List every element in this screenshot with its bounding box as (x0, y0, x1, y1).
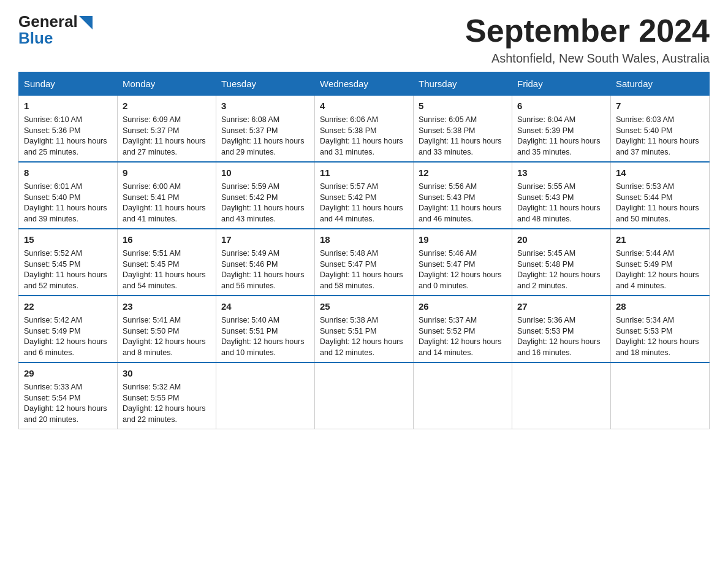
calendar-cell: 14Sunrise: 5:53 AMSunset: 5:44 PMDayligh… (611, 162, 710, 229)
calendar-cell: 22Sunrise: 5:42 AMSunset: 5:49 PMDayligh… (19, 296, 118, 362)
logo-arrow-icon (79, 16, 93, 29)
day-number: 9 (123, 166, 211, 179)
day-info: Sunrise: 6:04 AMSunset: 5:39 PMDaylight:… (517, 115, 605, 158)
day-info: Sunrise: 5:56 AMSunset: 5:43 PMDaylight:… (419, 182, 507, 224)
day-info: Sunrise: 5:42 AMSunset: 5:49 PMDaylight:… (24, 315, 112, 358)
calendar-cell: 21Sunrise: 5:44 AMSunset: 5:49 PMDayligh… (611, 229, 710, 296)
calendar-cell: 17Sunrise: 5:49 AMSunset: 5:46 PMDayligh… (216, 229, 315, 296)
day-number: 3 (221, 99, 309, 112)
week-row-5: 29Sunrise: 5:33 AMSunset: 5:54 PMDayligh… (19, 362, 710, 429)
calendar-cell (611, 362, 710, 429)
calendar-cell (216, 362, 315, 429)
svg-marker-0 (79, 16, 93, 29)
calendar-cell: 1Sunrise: 6:10 AMSunset: 5:36 PMDaylight… (19, 96, 118, 163)
day-of-week-sunday: Sunday (19, 72, 118, 96)
day-info: Sunrise: 5:34 AMSunset: 5:53 PMDaylight:… (616, 315, 704, 358)
calendar-cell: 18Sunrise: 5:48 AMSunset: 5:47 PMDayligh… (315, 229, 414, 296)
day-number: 6 (517, 99, 605, 112)
calendar-cell: 6Sunrise: 6:04 AMSunset: 5:39 PMDaylight… (512, 96, 611, 163)
day-info: Sunrise: 5:51 AMSunset: 5:45 PMDaylight:… (123, 248, 211, 291)
day-info: Sunrise: 5:57 AMSunset: 5:42 PMDaylight:… (320, 182, 408, 224)
day-number: 15 (24, 233, 112, 246)
day-of-week-wednesday: Wednesday (315, 72, 414, 96)
calendar-cell: 7Sunrise: 6:03 AMSunset: 5:40 PMDaylight… (611, 96, 710, 163)
day-info: Sunrise: 5:46 AMSunset: 5:47 PMDaylight:… (419, 248, 507, 291)
header: General Blue September 2024 Ashtonfield,… (18, 12, 710, 66)
calendar-cell: 19Sunrise: 5:46 AMSunset: 5:47 PMDayligh… (414, 229, 512, 296)
day-number: 28 (616, 300, 704, 313)
calendar-cell: 13Sunrise: 5:55 AMSunset: 5:43 PMDayligh… (512, 162, 611, 229)
calendar-cell: 2Sunrise: 6:09 AMSunset: 5:37 PMDaylight… (118, 96, 216, 163)
day-number: 12 (419, 166, 507, 179)
calendar-cell: 28Sunrise: 5:34 AMSunset: 5:53 PMDayligh… (611, 296, 710, 362)
day-number: 21 (616, 233, 704, 246)
week-row-2: 8Sunrise: 6:01 AMSunset: 5:40 PMDaylight… (19, 162, 710, 229)
day-number: 1 (24, 99, 112, 112)
day-number: 22 (24, 300, 112, 313)
day-info: Sunrise: 5:37 AMSunset: 5:52 PMDaylight:… (419, 315, 507, 358)
calendar-cell: 15Sunrise: 5:52 AMSunset: 5:45 PMDayligh… (19, 229, 118, 296)
day-number: 30 (123, 367, 211, 380)
day-info: Sunrise: 5:32 AMSunset: 5:55 PMDaylight:… (123, 382, 211, 425)
day-number: 26 (419, 300, 507, 313)
calendar-cell: 27Sunrise: 5:36 AMSunset: 5:53 PMDayligh… (512, 296, 611, 362)
day-number: 10 (221, 166, 309, 179)
month-title: September 2024 (465, 12, 710, 49)
calendar-cell: 12Sunrise: 5:56 AMSunset: 5:43 PMDayligh… (414, 162, 512, 229)
day-info: Sunrise: 5:53 AMSunset: 5:44 PMDaylight:… (616, 182, 704, 224)
day-number: 11 (320, 166, 408, 179)
day-number: 20 (517, 233, 605, 246)
day-info: Sunrise: 5:48 AMSunset: 5:47 PMDaylight:… (320, 248, 408, 291)
day-info: Sunrise: 5:41 AMSunset: 5:50 PMDaylight:… (123, 315, 211, 358)
day-number: 2 (123, 99, 211, 112)
day-number: 18 (320, 233, 408, 246)
day-number: 13 (517, 166, 605, 179)
day-info: Sunrise: 6:09 AMSunset: 5:37 PMDaylight:… (123, 115, 211, 158)
calendar-cell: 9Sunrise: 6:00 AMSunset: 5:41 PMDaylight… (118, 162, 216, 229)
days-of-week-row: SundayMondayTuesdayWednesdayThursdayFrid… (19, 72, 710, 96)
calendar-cell: 30Sunrise: 5:32 AMSunset: 5:55 PMDayligh… (118, 362, 216, 429)
day-info: Sunrise: 5:49 AMSunset: 5:46 PMDaylight:… (221, 248, 309, 291)
day-number: 25 (320, 300, 408, 313)
day-info: Sunrise: 5:55 AMSunset: 5:43 PMDaylight:… (517, 182, 605, 224)
day-info: Sunrise: 5:40 AMSunset: 5:51 PMDaylight:… (221, 315, 309, 358)
day-info: Sunrise: 6:00 AMSunset: 5:41 PMDaylight:… (123, 182, 211, 224)
day-info: Sunrise: 6:03 AMSunset: 5:40 PMDaylight:… (616, 115, 704, 158)
calendar-cell: 11Sunrise: 5:57 AMSunset: 5:42 PMDayligh… (315, 162, 414, 229)
day-info: Sunrise: 5:44 AMSunset: 5:49 PMDaylight:… (616, 248, 704, 291)
day-info: Sunrise: 5:36 AMSunset: 5:53 PMDaylight:… (517, 315, 605, 358)
day-info: Sunrise: 6:05 AMSunset: 5:38 PMDaylight:… (419, 115, 507, 158)
day-number: 29 (24, 367, 112, 380)
week-row-3: 15Sunrise: 5:52 AMSunset: 5:45 PMDayligh… (19, 229, 710, 296)
title-area: September 2024 Ashtonfield, New South Wa… (465, 12, 710, 66)
day-number: 17 (221, 233, 309, 246)
location-title: Ashtonfield, New South Wales, Australia (465, 52, 710, 66)
day-of-week-saturday: Saturday (611, 72, 710, 96)
day-number: 5 (419, 99, 507, 112)
day-info: Sunrise: 5:52 AMSunset: 5:45 PMDaylight:… (24, 248, 112, 291)
day-number: 24 (221, 300, 309, 313)
calendar-cell: 8Sunrise: 6:01 AMSunset: 5:40 PMDaylight… (19, 162, 118, 229)
week-row-1: 1Sunrise: 6:10 AMSunset: 5:36 PMDaylight… (19, 96, 710, 163)
day-of-week-monday: Monday (118, 72, 216, 96)
day-number: 7 (616, 99, 704, 112)
day-number: 14 (616, 166, 704, 179)
day-number: 4 (320, 99, 408, 112)
week-row-4: 22Sunrise: 5:42 AMSunset: 5:49 PMDayligh… (19, 296, 710, 362)
day-of-week-friday: Friday (512, 72, 611, 96)
day-info: Sunrise: 6:01 AMSunset: 5:40 PMDaylight:… (24, 182, 112, 224)
day-info: Sunrise: 5:33 AMSunset: 5:54 PMDaylight:… (24, 382, 112, 425)
calendar-cell: 24Sunrise: 5:40 AMSunset: 5:51 PMDayligh… (216, 296, 315, 362)
calendar-cell: 23Sunrise: 5:41 AMSunset: 5:50 PMDayligh… (118, 296, 216, 362)
calendar-cell: 16Sunrise: 5:51 AMSunset: 5:45 PMDayligh… (118, 229, 216, 296)
day-number: 8 (24, 166, 112, 179)
calendar-table: SundayMondayTuesdayWednesdayThursdayFrid… (18, 72, 710, 429)
logo-blue-text: Blue (18, 29, 53, 48)
day-number: 19 (419, 233, 507, 246)
day-of-week-thursday: Thursday (414, 72, 512, 96)
calendar-cell (512, 362, 611, 429)
calendar-cell: 26Sunrise: 5:37 AMSunset: 5:52 PMDayligh… (414, 296, 512, 362)
calendar-cell: 5Sunrise: 6:05 AMSunset: 5:38 PMDaylight… (414, 96, 512, 163)
day-number: 23 (123, 300, 211, 313)
day-info: Sunrise: 6:08 AMSunset: 5:37 PMDaylight:… (221, 115, 309, 158)
